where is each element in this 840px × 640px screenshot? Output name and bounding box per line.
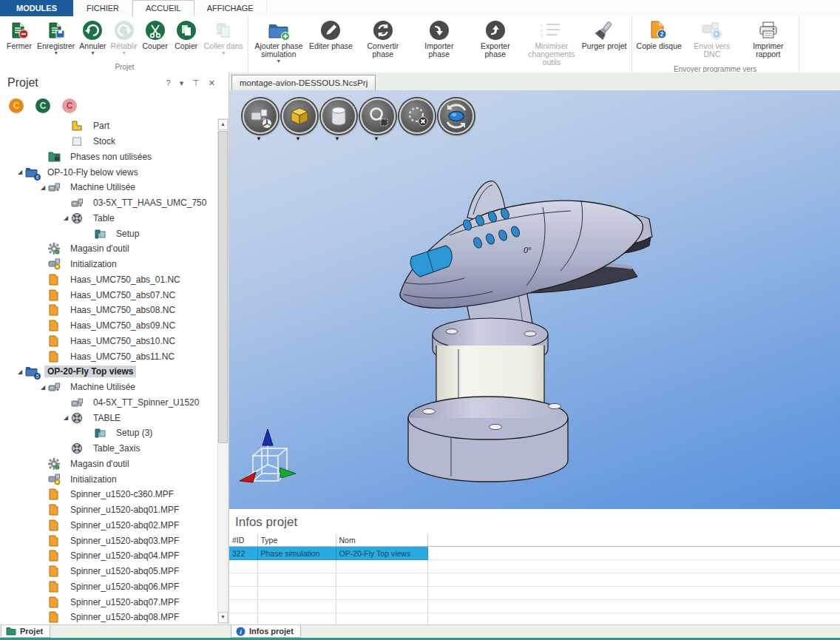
expand-arrow-icon[interactable]: ◢ xyxy=(61,215,71,221)
tree-scrollbar[interactable]: ▲ ▼ xyxy=(217,118,228,624)
redo-icon xyxy=(114,18,135,42)
tree-item[interactable]: ◢ Stock xyxy=(0,134,219,149)
document-tab[interactable]: montage-avion-DESSOUS.NcsPrj xyxy=(231,75,376,90)
table-row[interactable]: 322 Phase simulation OP-20-Fly Top views xyxy=(229,547,840,560)
expand-arrow-icon[interactable]: ◢ xyxy=(15,368,25,375)
document-tab-bar: montage-avion-DESSOUS.NcsPrj xyxy=(229,73,840,91)
ribbon-tab[interactable]: MODULES xyxy=(0,0,74,16)
ribbon-tab[interactable]: AFFICHAGE xyxy=(194,0,267,16)
c-green-button[interactable]: C xyxy=(35,98,50,113)
expand-arrow-icon[interactable]: ◢ xyxy=(38,184,48,191)
ribbon-tab[interactable]: ACCUEIL xyxy=(132,0,194,16)
tree-item-label: Haas_UMC750_abs07.NC xyxy=(67,289,178,301)
panel-title: Projet xyxy=(7,76,38,90)
tree-item[interactable]: ◢ Machine Utilisée xyxy=(0,380,219,395)
tree-item[interactable]: ◢ TABLE xyxy=(0,410,219,425)
pin-icon[interactable]: ⊤ xyxy=(192,78,200,88)
tree-item[interactable]: ◢ Haas_UMC750_abs_01.NC xyxy=(0,272,219,288)
ribbon-button[interactable]: Purger projet ▾ xyxy=(580,17,629,73)
scroll-down-icon[interactable]: ▼ xyxy=(218,612,228,623)
tree-item[interactable]: ◢ Table xyxy=(0,211,219,226)
tree-item[interactable]: ◢ Magasin d'outil xyxy=(0,457,219,472)
viewport-3d[interactable]: ▼ ▼ ▼ ▼ ▼ ▼ xyxy=(229,90,840,509)
tree-item[interactable]: ◢ Part xyxy=(0,118,219,134)
tree-item[interactable]: ◢ Setup xyxy=(0,226,219,241)
project-tree: ◢ Part ◢ Stock ◢ Phases non utilisées ◢ … xyxy=(0,118,219,625)
ribbon-button-label: Copie disque xyxy=(637,42,682,50)
tree-item[interactable]: ◢ Initialization xyxy=(0,257,219,272)
tree-item-label: Machine Utilisée xyxy=(67,381,138,393)
c-orange-button[interactable]: C xyxy=(9,98,24,113)
ribbon-button[interactable]: Couper ▾ xyxy=(140,17,171,62)
tree-item[interactable]: ◢ 5 OP-20-Fly Top views xyxy=(0,364,219,380)
tree-item-label: Phases non utilisées xyxy=(67,151,155,163)
ribbon-button[interactable]: Annuler ▾ xyxy=(77,17,108,62)
help-icon[interactable]: ? xyxy=(166,78,171,88)
c-red-button[interactable]: C xyxy=(62,98,77,113)
tree-item-label: Part xyxy=(90,120,112,132)
dropdown-icon[interactable]: ▾ xyxy=(180,78,184,88)
ribbon-button[interactable]: Rétablir ▾ xyxy=(109,17,140,62)
tree-item[interactable]: ◢ Spinner_u1520-abq05.MPF xyxy=(0,564,219,579)
tree-item[interactable]: ◢ Spinner_u1520-c360.MPF xyxy=(0,487,219,502)
undo-icon xyxy=(82,18,103,42)
bottom-tab-infos-projet[interactable]: i Infos projet xyxy=(231,625,301,638)
ribbon-button[interactable]: Editer phase ▾ xyxy=(307,17,355,73)
ribbon-button[interactable]: Ajouter phase simulation ▾ xyxy=(251,17,307,73)
tree-item[interactable]: ◢ Spinner_u1520-abq07.MPF xyxy=(0,594,219,610)
ribbon-button[interactable]: Coller dans ▾ xyxy=(202,17,245,62)
expand-arrow-icon[interactable]: ◢ xyxy=(15,169,25,175)
tree-item[interactable]: ◢ Initialization xyxy=(0,471,219,487)
ribbon-button[interactable]: Enregistrer ▾ xyxy=(35,17,77,62)
ribbon-tab[interactable]: FICHIER xyxy=(74,0,132,16)
tree-item[interactable]: ◢ Haas_UMC750_abs09.NC xyxy=(0,318,219,334)
ribbon-button[interactable]: Importer phase ▾ xyxy=(411,17,467,73)
tree-item[interactable]: ◢ Haas_UMC750_abs07.NC xyxy=(0,287,219,303)
tree-item[interactable]: ◢ Haas_UMC750_abs11.NC xyxy=(0,348,219,364)
tree-item[interactable]: ◢ Table_3axis xyxy=(0,441,219,457)
tree-item-label: Initialization xyxy=(67,474,120,485)
tree-item[interactable]: ◢ 6 OP-10-Fly below views xyxy=(0,164,219,180)
tree-item[interactable]: ◢ 04-5X_TT_Spinner_U1520 xyxy=(0,395,219,411)
chevron-down-icon: ▾ xyxy=(277,58,280,64)
column-type[interactable]: Type xyxy=(257,534,336,547)
dnc-icon xyxy=(701,18,723,42)
bottom-tab-projet[interactable]: Projet xyxy=(1,625,50,638)
scroll-up-icon[interactable]: ▲ xyxy=(218,119,228,130)
tree-item[interactable]: ◢ 03-5X_TT_HAAS_UMC_750 xyxy=(0,195,219,211)
chevron-down-icon: ▾ xyxy=(222,50,225,56)
column-id[interactable]: #ID xyxy=(229,534,257,547)
tree-item[interactable]: ◢ Haas_UMC750_abs08.NC xyxy=(0,303,219,318)
ribbon-button[interactable]: Exporter phase ▾ xyxy=(467,17,524,73)
expand-arrow-icon[interactable]: ◢ xyxy=(38,384,48,391)
ribbon-button[interactable]: 123 Minimiser changements outils ▾ xyxy=(524,17,580,73)
tree-item[interactable]: ◢ Spinner_u1520-abq04.MPF xyxy=(0,548,219,564)
ribbon-button[interactable]: Envoi vers DNC ▾ xyxy=(684,17,740,64)
tree-item[interactable]: ◢ Spinner_u1520-abq02.MPF xyxy=(0,518,219,533)
close-icon[interactable]: ✕ xyxy=(209,78,215,88)
ribbon-button[interactable]: Fermer ▾ xyxy=(4,17,35,62)
tree-item[interactable]: ◢ Spinner_u1520-abq03.MPF xyxy=(0,533,219,548)
add-phase-icon xyxy=(267,18,291,42)
tree-item-label: Setup xyxy=(113,228,142,240)
tree-item[interactable]: ◢ Machine Utilisée xyxy=(0,180,219,195)
setup-icon xyxy=(94,427,107,439)
ribbon-button[interactable]: Copier ▾ xyxy=(171,17,202,62)
tree-item[interactable]: ◢ Setup (3) xyxy=(0,425,219,441)
expand-arrow-icon[interactable]: ◢ xyxy=(61,414,71,421)
ribbon-button[interactable]: Convertir phase ▾ xyxy=(355,17,411,73)
nc-file-icon xyxy=(48,565,61,577)
axis-triad-icon xyxy=(237,428,299,496)
tree-item[interactable]: ◢ Spinner_u1520-abq06.MPF xyxy=(0,579,219,595)
ribbon-button[interactable]: Imprimer rapport ▾ xyxy=(740,17,796,64)
tree-item[interactable]: ◢ Spinner_u1520-abq01.MPF xyxy=(0,502,219,518)
tree-item[interactable]: ◢ Magasin d'outil xyxy=(0,241,219,257)
nc-file-icon xyxy=(48,550,61,562)
tree-item[interactable]: ◢ Phases non utilisées xyxy=(0,149,219,165)
ribbon-button[interactable]: 2 Copie disque ▾ xyxy=(634,17,684,64)
tree-item[interactable]: ◢ Haas_UMC750_abs10.NC xyxy=(0,334,219,349)
scroll-thumb[interactable] xyxy=(218,131,228,443)
svg-text:1: 1 xyxy=(541,23,543,27)
column-nom[interactable]: Nom xyxy=(336,534,427,547)
tree-item[interactable]: ◢ Spinner_u1520-abq08.MPF xyxy=(0,610,219,625)
